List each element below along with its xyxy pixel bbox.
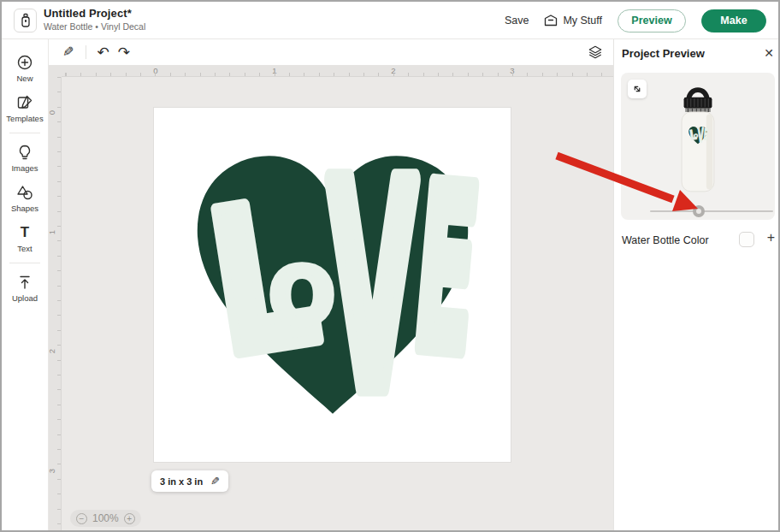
plus-circle-icon	[16, 54, 33, 71]
my-stuff-button[interactable]: My Stuff	[544, 15, 602, 27]
header: Untitled Project* Water Bottle • Vinyl D…	[2, 2, 778, 39]
bottle-color-swatch[interactable]	[739, 232, 754, 247]
project-type-badge	[14, 9, 37, 33]
expand-arrows-icon	[631, 83, 643, 95]
expand-preview-button[interactable]	[628, 80, 647, 98]
sidebar-item-shapes[interactable]: Shapes	[2, 178, 48, 218]
artboard	[154, 108, 511, 462]
preview-scale-slider-track[interactable]	[650, 210, 773, 212]
project-titles: Untitled Project* Water Bottle • Vinyl D…	[44, 7, 145, 32]
save-button[interactable]: Save	[505, 15, 529, 27]
project-subtitle: Water Bottle • Vinyl Decal	[44, 21, 145, 32]
close-icon[interactable]: ✕	[764, 46, 774, 60]
size-label-pill[interactable]: 3 in x 3 in ✎	[151, 470, 228, 492]
horizontal-ruler: 0 1 2 3	[62, 65, 613, 77]
panel-title: Project Preview	[622, 47, 705, 60]
ruler-tick: 2	[391, 66, 395, 75]
sidebar-item-text[interactable]: T Text	[2, 218, 48, 258]
toolbar-divider	[86, 45, 86, 59]
shapes-icon	[16, 184, 33, 201]
sidebar: New Templates Images Shapes T Text	[2, 39, 49, 532]
my-stuff-box-icon	[544, 15, 558, 27]
bottle-color-label: Water Bottle Color	[622, 234, 709, 246]
canvas-toolbar: ✎ ↶ ↷	[49, 39, 613, 65]
sidebar-divider	[9, 133, 40, 133]
love-heart-artwork[interactable]	[177, 140, 488, 428]
ruler-tick: 1	[272, 66, 276, 75]
sidebar-label: Shapes	[11, 204, 38, 213]
panel-header: Project Preview ✕	[614, 39, 780, 67]
project-preview-panel: Project Preview ✕	[613, 39, 780, 532]
sidebar-label: Text	[17, 244, 32, 253]
sidebar-item-new[interactable]: New	[2, 48, 48, 88]
app-window: L O V E Untitled Project* Water Bottle •…	[0, 0, 780, 532]
ruler-corner	[49, 65, 62, 77]
undo-icon[interactable]: ↶	[97, 45, 109, 60]
zoom-control: − 100% +	[70, 510, 141, 527]
vertical-ruler: 0 1 2 3	[49, 77, 62, 532]
water-bottle-image	[666, 74, 730, 204]
template-pencil-icon	[16, 94, 33, 111]
edit-size-pencil-icon[interactable]: ✎	[210, 475, 220, 488]
sidebar-label: Templates	[6, 114, 43, 123]
redo-icon[interactable]: ↷	[118, 45, 130, 60]
sidebar-item-templates[interactable]: Templates	[2, 88, 48, 128]
bottle-preview	[666, 74, 730, 208]
sidebar-divider	[9, 263, 40, 263]
lightbulb-icon	[16, 144, 33, 161]
sidebar-label: New	[16, 74, 32, 83]
my-stuff-label: My Stuff	[563, 15, 602, 27]
zoom-in-button[interactable]: +	[124, 513, 135, 524]
header-actions: Save My Stuff Preview Make	[505, 2, 766, 39]
preview-button[interactable]: Preview	[618, 9, 686, 33]
layers-icon[interactable]	[588, 44, 603, 60]
sidebar-label: Images	[11, 163, 38, 173]
sidebar-item-images[interactable]: Images	[2, 138, 48, 178]
text-t-icon: T	[21, 224, 29, 241]
upload-arrow-icon	[16, 274, 33, 291]
size-label: 3 in x 3 in	[160, 476, 203, 487]
sidebar-label: Upload	[12, 293, 38, 303]
add-color-button[interactable]: +	[767, 230, 775, 245]
water-bottle-icon	[20, 13, 32, 28]
ruler-tick: 0	[153, 66, 157, 75]
project-title: Untitled Project*	[44, 7, 145, 20]
zoom-out-button[interactable]: −	[76, 513, 87, 524]
preview-card	[621, 73, 775, 220]
sidebar-item-upload[interactable]: Upload	[2, 268, 48, 308]
ruler-tick: 3	[510, 66, 514, 75]
edit-pencil-icon[interactable]: ✎	[62, 45, 74, 59]
preview-scale-slider-handle[interactable]	[693, 205, 705, 217]
zoom-level: 100%	[92, 512, 119, 524]
bottle-color-row: Water Bottle Color +	[614, 229, 780, 253]
make-button[interactable]: Make	[701, 9, 766, 33]
